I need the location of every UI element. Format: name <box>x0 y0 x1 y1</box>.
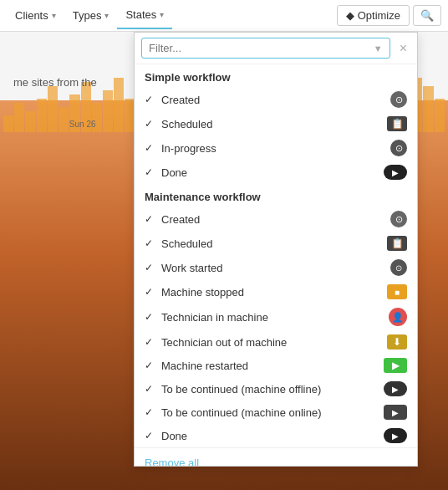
label-maint-machinestopped: Machine stopped <box>161 286 382 299</box>
states-dropdown: ▼ × Simple workflow ✓ Created ⊙ ✓ Schedu… <box>134 32 418 467</box>
check-maint-scheduled: ✓ <box>145 237 156 249</box>
search-button[interactable]: 🔍 <box>413 5 441 26</box>
label-maint-machinerestarted: Machine restarted <box>161 360 379 372</box>
check-maint-machinerestarted: ✓ <box>145 360 156 371</box>
clients-label: Clients <box>15 9 48 22</box>
state-maint-done[interactable]: ✓ Done ▶ <box>135 424 417 447</box>
clients-chevron: ▾ <box>52 11 56 20</box>
label-simple-inprogress: In-progress <box>161 142 385 155</box>
check-simple-created: ✓ <box>145 94 156 105</box>
types-nav[interactable]: Types ▾ <box>64 3 118 28</box>
check-maint-workstarted: ✓ <box>145 262 156 273</box>
dropdown-close-button[interactable]: × <box>396 41 410 56</box>
label-simple-scheduled: Scheduled <box>161 118 382 130</box>
maintenance-workflow-label: Maintenance workflow <box>135 184 417 207</box>
remove-all-button[interactable]: Remove all <box>135 447 417 466</box>
optimize-icon: ◆ <box>346 9 354 22</box>
state-simple-done[interactable]: ✓ Done ▶ <box>135 161 417 184</box>
check-maint-tobecontinued-online: ✓ <box>145 406 156 418</box>
icon-maint-done: ▶ <box>384 428 407 443</box>
states-nav[interactable]: States ▾ <box>117 2 172 29</box>
search-icon: 🔍 <box>420 9 434 22</box>
label-maint-tobecontinued-online: To be continued (machine online) <box>161 406 379 419</box>
filter-input[interactable] <box>141 38 390 59</box>
label-maint-tobecontinued-offline: To be continued (machine offline) <box>161 383 379 396</box>
icon-maint-technicianout: ⬇ <box>387 334 407 350</box>
label-maint-technicianout: Technician out of machine <box>161 336 382 349</box>
label-simple-created: Created <box>161 94 385 106</box>
state-maint-machinerestarted[interactable]: ✓ Machine restarted ▶ <box>135 354 417 377</box>
state-simple-inprogress[interactable]: ✓ In-progress ⊙ <box>135 135 417 161</box>
check-maint-machinestopped: ✓ <box>145 286 156 298</box>
icon-maint-scheduled: 📋 <box>387 236 407 251</box>
state-simple-created[interactable]: ✓ Created ⊙ <box>135 87 417 112</box>
dropdown-header: ▼ × <box>135 33 417 64</box>
types-chevron: ▾ <box>104 11 109 20</box>
label-maint-technicianin: Technician in machine <box>161 311 384 324</box>
dropdown-scroll[interactable]: Simple workflow ✓ Created ⊙ ✓ Scheduled … <box>135 64 417 466</box>
check-maint-technicianin: ✓ <box>145 311 156 323</box>
states-label: States <box>125 8 156 21</box>
icon-maint-created: ⊙ <box>390 211 407 227</box>
icon-simple-done: ▶ <box>384 165 407 180</box>
label-maint-scheduled: Scheduled <box>161 237 382 250</box>
icon-simple-scheduled: 📋 <box>387 116 407 131</box>
chart-text-overlay: me sites from the <box>0 32 134 132</box>
check-maint-done: ✓ <box>145 430 156 442</box>
optimize-button[interactable]: ◆ Optimize <box>337 5 410 26</box>
check-maint-technicianout: ✓ <box>145 336 156 348</box>
state-maint-tobecontinued-offline[interactable]: ✓ To be continued (machine offline) ▶ <box>135 377 417 401</box>
state-maint-workstarted[interactable]: ✓ Work started ⊙ <box>135 255 417 280</box>
state-maint-created[interactable]: ✓ Created ⊙ <box>135 207 417 232</box>
icon-maint-workstarted: ⊙ <box>390 259 407 276</box>
label-simple-done: Done <box>161 166 379 179</box>
icon-maint-tobecontinued-offline: ▶ <box>384 381 407 396</box>
check-simple-inprogress: ✓ <box>145 142 156 154</box>
clients-nav[interactable]: Clients ▾ <box>7 3 64 28</box>
check-simple-done: ✓ <box>145 166 156 178</box>
icon-maint-machinerestarted: ▶ <box>384 358 407 373</box>
icon-maint-tobecontinued-online: ▶ <box>384 405 407 420</box>
optimize-label: Optimize <box>358 9 400 22</box>
state-maint-technicianin[interactable]: ✓ Technician in machine 👤 <box>135 304 417 330</box>
label-maint-workstarted: Work started <box>161 262 385 274</box>
types-label: Types <box>73 9 102 22</box>
label-maint-done: Done <box>161 430 379 442</box>
state-maint-tobecontinued-online[interactable]: ✓ To be continued (machine online) ▶ <box>135 401 417 424</box>
navbar: Clients ▾ Types ▾ States ▾ ◆ Optimize 🔍 <box>0 0 448 32</box>
state-maint-technicianout[interactable]: ✓ Technician out of machine ⬇ <box>135 330 417 354</box>
state-maint-machinestopped[interactable]: ✓ Machine stopped ■ <box>135 280 417 304</box>
label-maint-created: Created <box>161 213 385 226</box>
filter-funnel-icon: ▼ <box>374 43 383 54</box>
icon-simple-inprogress: ⊙ <box>390 140 407 156</box>
simple-workflow-label: Simple workflow <box>135 64 417 87</box>
check-simple-scheduled: ✓ <box>145 118 156 130</box>
state-maint-scheduled[interactable]: ✓ Scheduled 📋 <box>135 232 417 255</box>
icon-maint-technicianin: 👤 <box>389 308 407 326</box>
states-chevron: ▾ <box>160 10 164 19</box>
check-maint-tobecontinued-offline: ✓ <box>145 383 156 395</box>
check-maint-created: ✓ <box>145 213 156 225</box>
icon-maint-machinestopped: ■ <box>387 284 407 299</box>
icon-simple-created: ⊙ <box>390 91 407 108</box>
state-simple-scheduled[interactable]: ✓ Scheduled 📋 <box>135 112 417 135</box>
